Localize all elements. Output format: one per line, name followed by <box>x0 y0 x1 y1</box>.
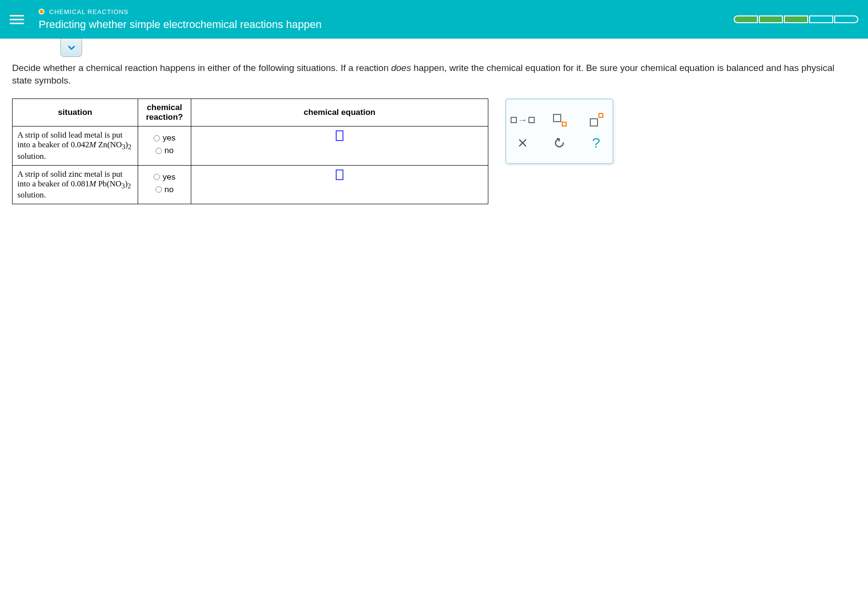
radio-yes-label: yes <box>163 133 175 143</box>
equation-cell <box>191 165 488 204</box>
situation-concentration: 0.081 <box>71 179 89 188</box>
radio-no[interactable] <box>156 148 162 154</box>
superscript-button[interactable] <box>584 110 608 129</box>
equation-input[interactable] <box>336 130 343 141</box>
progress-segment <box>759 15 783 23</box>
progress-segment <box>784 15 808 23</box>
header-equation: chemical equation <box>191 99 488 126</box>
hamburger-menu-icon[interactable] <box>10 15 24 24</box>
situation-tail: solution. <box>17 152 46 161</box>
formula-base: Pb(NO <box>98 179 121 188</box>
chevron-down-icon <box>66 42 77 53</box>
superscript-icon <box>589 113 603 126</box>
situation-unit: M <box>89 140 96 149</box>
radio-yes[interactable] <box>154 174 160 180</box>
reset-button[interactable] <box>548 133 571 153</box>
reaction-arrow-icon: → <box>511 114 535 126</box>
situation-concentration: 0.042 <box>71 140 89 149</box>
equation-cell <box>191 126 488 165</box>
radio-yes[interactable] <box>154 135 160 141</box>
topic-dot-icon <box>39 9 44 14</box>
reaction-cell: yes no <box>138 165 191 204</box>
reaction-cell: yes no <box>138 126 191 165</box>
category-label: CHEMICAL REACTIONS <box>49 8 128 15</box>
app-header: CHEMICAL REACTIONS Predicting whether si… <box>0 0 868 39</box>
table-row: A strip of solid lead metal is put into … <box>13 126 488 165</box>
dropdown-tab[interactable] <box>60 39 82 57</box>
progress-segment <box>809 15 833 23</box>
header-content: CHEMICAL REACTIONS Predicting whether si… <box>39 8 734 31</box>
clear-button[interactable] <box>511 133 534 153</box>
help-button[interactable]: ? <box>584 133 608 153</box>
reset-icon <box>554 137 565 149</box>
radio-no-label: no <box>165 185 174 195</box>
reaction-arrow-button[interactable]: → <box>511 110 534 129</box>
situation-unit: M <box>89 179 96 188</box>
close-icon <box>517 138 528 148</box>
equation-input[interactable] <box>336 169 343 180</box>
radio-no[interactable] <box>156 186 162 193</box>
radio-no-label: no <box>165 146 174 155</box>
situation-cell: A strip of solid lead metal is put into … <box>13 126 138 165</box>
subscript-button[interactable] <box>548 110 571 129</box>
progress-segment <box>834 15 858 23</box>
formula-sub: 2 <box>128 143 131 151</box>
progress-bar <box>734 15 858 23</box>
instructions-text-pre: Decide whether a chemical reaction happe… <box>12 63 391 73</box>
situation-cell: A strip of solid zinc metal is put into … <box>13 165 138 204</box>
table-row: A strip of solid zinc metal is put into … <box>13 165 488 204</box>
progress-segment <box>734 15 758 23</box>
instructions-emphasis: does <box>391 63 411 73</box>
radio-yes-label: yes <box>163 172 175 182</box>
formula-sub: 2 <box>128 182 131 190</box>
subscript-icon <box>552 113 567 126</box>
topic-title: Predicting whether simple electrochemica… <box>39 18 734 31</box>
tool-panel: → <box>505 98 613 164</box>
formula-base: Zn(NO <box>98 140 122 149</box>
situation-tail: solution. <box>17 190 46 199</box>
question-instructions: Decide whether a chemical reaction happe… <box>12 62 856 86</box>
header-situation: situation <box>13 99 138 126</box>
question-table: situation chemical reaction? chemical eq… <box>12 98 488 204</box>
header-reaction: chemical reaction? <box>138 99 191 126</box>
